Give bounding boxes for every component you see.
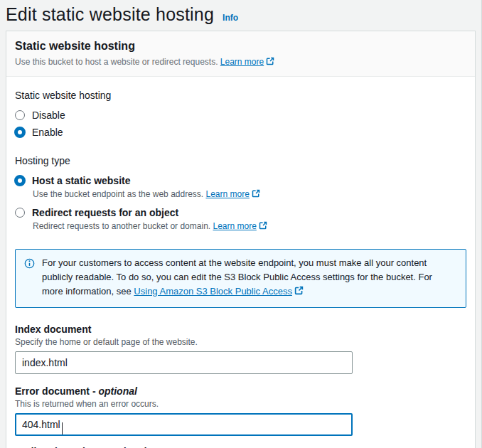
redirect-learn-more-link[interactable]: Learn more: [213, 221, 256, 231]
error-document-input-wrap: [15, 413, 353, 436]
static-website-hosting-card: Static website hosting Use this bucket t…: [6, 31, 476, 448]
radio-option-redirect-requests[interactable]: Redirect requests for an object: [15, 204, 466, 221]
radio-selected-icon[interactable]: [14, 127, 26, 138]
external-link-icon: [259, 222, 267, 232]
radio-option-label: Enable: [32, 127, 63, 138]
index-document-field: Index document Specify the home or defau…: [15, 324, 466, 374]
index-document-input[interactable]: [15, 351, 353, 374]
hosting-type-option-description: Redirect requests to another bucket or d…: [33, 221, 466, 232]
public-access-info-alert: For your customers to access content at …: [15, 249, 466, 308]
error-document-label-text: Error document -: [15, 385, 96, 397]
index-document-description: Specify the home or default page of the …: [15, 337, 466, 347]
radio-option-disable[interactable]: Disable: [15, 107, 466, 124]
card-description-text: Use this bucket to host a website or red…: [15, 57, 218, 67]
error-document-input[interactable]: [15, 413, 353, 436]
error-document-description: This is returned when an error occurs.: [15, 399, 466, 409]
alert-text: For your customers to access content at …: [42, 256, 456, 299]
host-static-learn-more-link[interactable]: Learn more: [206, 189, 250, 199]
card-body: Static website hosting Disable Enable Ho…: [6, 77, 475, 448]
error-document-label: Error document - optional: [15, 385, 466, 397]
external-link-icon: [252, 190, 260, 200]
hosting-type-option-description: Use the bucket endpoint as the web addre…: [33, 189, 466, 200]
card-header: Static website hosting Use this bucket t…: [6, 31, 475, 77]
external-link-icon: [294, 287, 304, 297]
edit-static-website-hosting-page: Edit static website hosting Info Static …: [0, 0, 482, 448]
hosting-type-label: Hosting type: [15, 155, 466, 166]
hosting-toggle-label: Static website hosting: [15, 90, 466, 101]
option-description-text: Use the bucket endpoint as the web addre…: [33, 189, 203, 199]
radio-option-host-static-website[interactable]: Host a static website: [15, 172, 466, 189]
radio-option-enable[interactable]: Enable: [15, 124, 466, 141]
radio-option-label: Disable: [32, 110, 65, 121]
card-title: Static website hosting: [15, 40, 466, 53]
radio-unselected-icon[interactable]: [15, 110, 25, 120]
header-learn-more-link[interactable]: Learn more: [220, 57, 264, 67]
page-title: Edit static website hosting: [6, 4, 214, 25]
info-link[interactable]: Info: [223, 13, 238, 23]
optional-tag: optional: [98, 385, 136, 397]
option-description-text: Redirect requests to another bucket or d…: [33, 221, 210, 231]
info-icon: [24, 256, 35, 299]
text-cursor: [62, 422, 63, 434]
radio-selected-icon[interactable]: [14, 175, 26, 186]
external-link-icon: [266, 58, 274, 68]
block-public-access-link[interactable]: Using Amazon S3 Block Public Access: [134, 286, 292, 297]
page-header: Edit static website hosting Info: [0, 0, 481, 31]
index-document-label: Index document: [15, 324, 466, 335]
card-description: Use this bucket to host a website or red…: [15, 57, 466, 68]
radio-unselected-icon[interactable]: [15, 208, 25, 218]
radio-option-label: Redirect requests for an object: [32, 207, 178, 218]
error-document-field: Error document - optional This is return…: [15, 385, 466, 436]
radio-option-label: Host a static website: [32, 175, 131, 186]
